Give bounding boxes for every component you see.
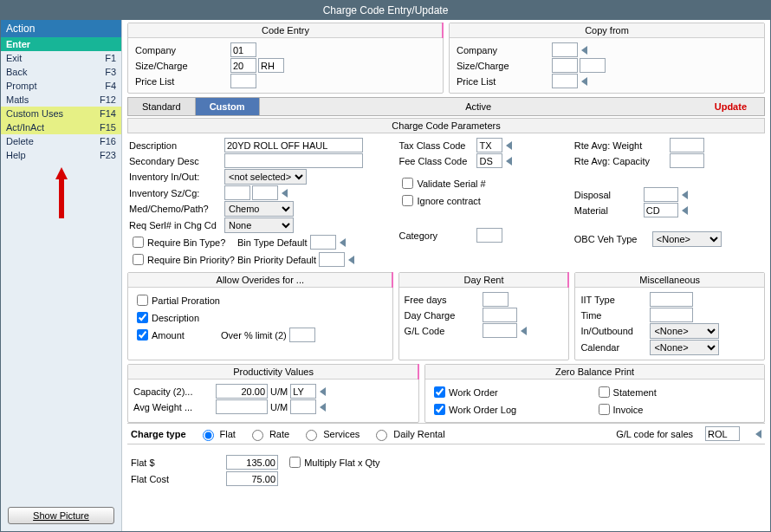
company-input[interactable] <box>230 42 256 57</box>
lookup-icon[interactable] <box>320 387 326 396</box>
charge-type-bar: Charge type Flat Rate Services Daily Ren… <box>127 423 765 444</box>
sidebar-item-back[interactable]: BackF3 <box>1 65 121 79</box>
disposal-input[interactable] <box>644 187 678 202</box>
sidebar-item-help[interactable]: HelpF23 <box>1 148 121 162</box>
multiply-flat-checkbox[interactable] <box>289 457 301 468</box>
lookup-icon[interactable] <box>320 403 326 412</box>
um2-input[interactable] <box>290 399 316 414</box>
ignore-contract-checkbox[interactable] <box>402 195 413 206</box>
invoice-checkbox[interactable] <box>599 404 610 415</box>
lookup-icon[interactable] <box>340 238 346 247</box>
req-serl-label: Req Serl# in Chg Cd <box>129 220 224 230</box>
cf-company-input[interactable] <box>552 42 578 57</box>
require-bin-type-checkbox[interactable] <box>133 237 144 248</box>
secondary-desc-input[interactable] <box>224 153 363 168</box>
sidebar-item-act-inact[interactable]: Act/InActF15 <box>1 120 121 134</box>
lookup-icon[interactable] <box>282 189 288 198</box>
avg-weight-input[interactable] <box>216 399 268 414</box>
inv-sz-input[interactable] <box>224 185 250 200</box>
cf-size-input[interactable] <box>552 58 578 73</box>
lookup-icon[interactable] <box>506 141 512 150</box>
lookup-icon[interactable] <box>581 77 587 86</box>
capacity-input[interactable] <box>216 384 268 399</box>
show-picture-button[interactable]: Show Picture <box>8 507 114 524</box>
services-radio[interactable] <box>306 430 317 441</box>
inout-label: In/Outbound <box>580 326 650 336</box>
lookup-icon[interactable] <box>506 157 512 165</box>
rate-radio[interactable] <box>252 430 263 441</box>
cf-company-label: Company <box>457 45 552 55</box>
category-input[interactable] <box>476 228 502 243</box>
bin-priority-default-input[interactable] <box>319 252 345 267</box>
validate-serial-checkbox[interactable] <box>402 178 413 189</box>
um-label: U/M <box>270 386 288 397</box>
misc-title: Miscellaneous <box>575 273 764 288</box>
lookup-icon[interactable] <box>682 191 688 199</box>
tab-custom[interactable]: Custom <box>196 98 260 115</box>
size-input[interactable] <box>230 58 256 73</box>
flat-radio[interactable] <box>203 430 214 441</box>
calendar-label: Calendar <box>580 342 650 353</box>
med-chemo-select[interactable]: Chemo <box>224 201 294 217</box>
med-chemo-label: Med/Chemo/Path? <box>129 204 224 214</box>
fee-class-input[interactable] <box>476 153 502 168</box>
um1-input[interactable] <box>290 384 316 399</box>
sidebar-item-custom-uses[interactable]: Custom UsesF14 <box>1 107 121 120</box>
cf-price-input[interactable] <box>552 74 578 88</box>
price-list-input[interactable] <box>230 74 256 88</box>
lookup-icon[interactable] <box>755 430 761 438</box>
flat-cost-input[interactable] <box>226 471 278 486</box>
charge-type-services[interactable]: Services <box>301 427 360 441</box>
charge-type-flat[interactable]: Flat <box>198 427 236 441</box>
iit-type-input[interactable] <box>650 292 693 307</box>
work-order-log-checkbox[interactable] <box>434 404 445 415</box>
sidebar-item-exit[interactable]: ExitF1 <box>1 51 121 65</box>
work-order-checkbox[interactable] <box>434 386 445 398</box>
um-label2: U/M <box>270 402 288 412</box>
sidebar-item-enter[interactable]: Enter <box>1 37 121 51</box>
obc-veh-select[interactable]: <None> <box>652 231 722 247</box>
time-input[interactable] <box>650 308 693 322</box>
override-description-checkbox[interactable] <box>137 312 148 323</box>
cf-charge-input[interactable] <box>580 58 606 73</box>
req-serl-select[interactable]: None <box>224 217 294 233</box>
lookup-icon[interactable] <box>348 256 354 264</box>
description-input[interactable] <box>224 138 363 152</box>
charge-type-daily[interactable]: Daily Rental <box>372 427 444 441</box>
sidebar-item-delete[interactable]: DeleteF16 <box>1 134 121 148</box>
day-charge-input[interactable] <box>483 308 517 322</box>
bin-priority-default-label: Bin Priority Default <box>237 255 316 265</box>
lookup-icon[interactable] <box>682 206 688 215</box>
free-days-input[interactable] <box>483 292 509 307</box>
bin-type-default-input[interactable] <box>310 235 336 250</box>
cf-price-label: Price List <box>457 76 552 87</box>
over-pct-input[interactable] <box>289 328 315 342</box>
partial-proration-checkbox[interactable] <box>137 295 148 306</box>
gl-sales-input[interactable] <box>705 426 740 441</box>
rte-capacity-input[interactable] <box>670 153 704 168</box>
time-label: Time <box>580 310 650 321</box>
productivity-group: Productivity Values Capacity (2)... U/M … <box>127 364 419 423</box>
secondary-desc-label: Secondary Desc <box>129 156 224 166</box>
override-amount-checkbox[interactable] <box>137 329 148 341</box>
require-bin-priority-checkbox[interactable] <box>133 254 144 265</box>
daily-radio[interactable] <box>376 430 387 441</box>
charge-input[interactable] <box>258 58 284 73</box>
active-status: Active <box>260 101 697 112</box>
material-input[interactable] <box>644 203 678 217</box>
statement-checkbox[interactable] <box>599 386 610 398</box>
tax-class-input[interactable] <box>476 138 502 152</box>
lookup-icon[interactable] <box>581 46 587 55</box>
charge-type-rate[interactable]: Rate <box>248 427 289 441</box>
tab-standard[interactable]: Standard <box>128 98 196 115</box>
flat-dollar-input[interactable] <box>226 455 278 470</box>
inout-select[interactable]: <None> <box>650 323 719 339</box>
calendar-select[interactable]: <None> <box>650 340 719 355</box>
inventory-select[interactable]: <not selected> <box>224 169 307 185</box>
gl-code-input[interactable] <box>483 323 517 338</box>
lookup-icon[interactable] <box>521 327 527 335</box>
inv-cg-input[interactable] <box>252 185 278 200</box>
rte-weight-input[interactable] <box>670 138 704 152</box>
sidebar-item-prompt[interactable]: PromptF4 <box>1 79 121 93</box>
sidebar-item-matls[interactable]: MatlsF12 <box>1 93 121 107</box>
